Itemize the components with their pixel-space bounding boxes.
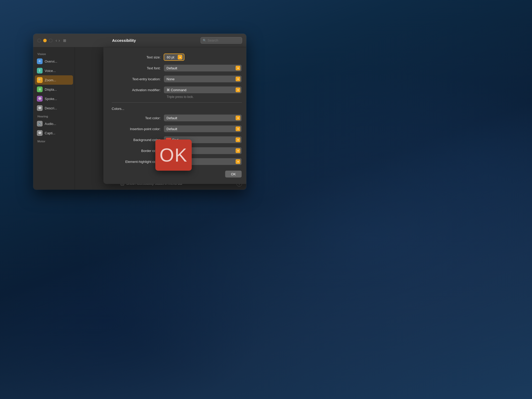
- text-size-arrow: ▾: [178, 55, 182, 59]
- text-font-wrapper: Default Helvetica Arial ▾: [164, 64, 242, 72]
- audio-icon: 🔊: [37, 121, 43, 127]
- search-input[interactable]: [201, 37, 242, 44]
- spoken-icon: 💬: [37, 96, 43, 102]
- search-wrap: 🔍: [201, 37, 242, 44]
- sidebar-item-display[interactable]: 🖥 Displa...: [33, 85, 75, 94]
- text-entry-label: Text-entry location:: [112, 77, 164, 81]
- sidebar-item-captions[interactable]: 💬 Capti...: [33, 128, 75, 138]
- text-size-box[interactable]: 60 pt ▾: [164, 54, 184, 61]
- modal-buttons: OK: [112, 170, 242, 178]
- colors-heading[interactable]: Colors...: [112, 107, 242, 111]
- text-color-wrapper: Default Red White Black ▾: [164, 114, 242, 122]
- close-button[interactable]: [37, 39, 41, 42]
- insertion-point-select[interactable]: Default Red White: [164, 125, 242, 132]
- hearing-section-label: Hearing: [33, 113, 75, 119]
- text-font-row: Text font: Default Helvetica Arial ▾: [112, 64, 242, 72]
- sidebar-label-captions: Capti...: [45, 131, 55, 135]
- text-color-row: Text color: Default Red White Black ▾: [112, 114, 242, 122]
- text-entry-select[interactable]: None Bottom Top: [164, 75, 242, 83]
- text-color-select[interactable]: Default Red White Black: [164, 114, 242, 122]
- text-font-label: Text font:: [112, 66, 164, 70]
- sidebar-label-overview: Overvi...: [45, 59, 57, 63]
- sidebar-label-audio: Audio...: [45, 122, 56, 126]
- activation-modifier-row: Activation modifier: ⌘ Command ⌥ Option …: [112, 86, 242, 94]
- window-title: Accessibility: [48, 38, 201, 43]
- big-ok-label: OK: [159, 144, 188, 166]
- sidebar-item-zoom[interactable]: 🔍 Zoom...: [35, 75, 73, 85]
- sidebar-item-overview[interactable]: 👁 Overvi...: [33, 57, 75, 66]
- ok-button[interactable]: OK: [225, 170, 242, 178]
- motor-section-label: Motor: [33, 138, 75, 144]
- activation-modifier-label: Activation modifier:: [112, 88, 164, 92]
- window-body: Vision 👁 Overvi... 🎙 Voice... 🔍 Zoom... …: [33, 47, 246, 190]
- big-ok-button[interactable]: OK: [155, 139, 192, 171]
- minimize-button[interactable]: [43, 39, 47, 42]
- text-font-select[interactable]: Default Helvetica Arial: [164, 64, 242, 72]
- display-icon: 🖥: [37, 87, 43, 92]
- title-bar: ‹ › ⊞ Accessibility 🔍: [33, 34, 246, 47]
- hint-text: Triple press to lock.: [167, 95, 242, 99]
- text-size-control: 60 pt ▾: [164, 54, 242, 61]
- text-entry-wrapper: None Bottom Top ▾: [164, 75, 242, 83]
- insertion-point-row: Insertion-point color: Default Red White…: [112, 125, 242, 132]
- text-color-label: Text color:: [112, 116, 164, 120]
- activation-modifier-select[interactable]: ⌘ Command ⌥ Option ⌃ Control: [164, 86, 242, 94]
- sidebar-label-display: Displa...: [45, 88, 57, 91]
- zoom-icon: 🔍: [37, 77, 43, 83]
- insertion-point-wrapper: Default Red White ▾: [164, 125, 242, 132]
- vision-section-label: Vision: [33, 50, 75, 57]
- text-size-value: 60 pt: [167, 55, 174, 59]
- sidebar-item-spoken[interactable]: 💬 Spoke...: [33, 94, 75, 103]
- text-size-row: Text size: 60 pt ▾: [112, 54, 242, 61]
- sidebar-item-descriptions[interactable]: 💬 Descri...: [33, 103, 75, 113]
- captions-icon: 💬: [37, 130, 43, 136]
- sidebar-label-voice: Voice...: [45, 69, 56, 73]
- voice-icon: 🎙: [37, 68, 43, 74]
- divider: [112, 102, 242, 103]
- main-window: ‹ › ⊞ Accessibility 🔍 Vision 👁 Overvi...…: [33, 34, 246, 190]
- sidebar-label-descriptions: Descri...: [45, 106, 57, 110]
- text-entry-row: Text-entry location: None Bottom Top ▾: [112, 75, 242, 83]
- sidebar-item-audio[interactable]: 🔊 Audio...: [33, 119, 75, 128]
- sidebar-label-zoom: Zoom...: [45, 78, 56, 82]
- descriptions-icon: 💬: [37, 105, 43, 111]
- text-size-label: Text size:: [112, 55, 164, 59]
- activation-modifier-wrapper: ⌘ Command ⌥ Option ⌃ Control ▾: [164, 86, 242, 94]
- sidebar-item-voice[interactable]: 🎙 Voice...: [33, 66, 75, 75]
- sidebar-label-spoken: Spoke...: [45, 97, 57, 101]
- sidebar: Vision 👁 Overvi... 🎙 Voice... 🔍 Zoom... …: [33, 47, 75, 190]
- overview-icon: 👁: [37, 58, 43, 64]
- insertion-point-label: Insertion-point color:: [112, 127, 164, 131]
